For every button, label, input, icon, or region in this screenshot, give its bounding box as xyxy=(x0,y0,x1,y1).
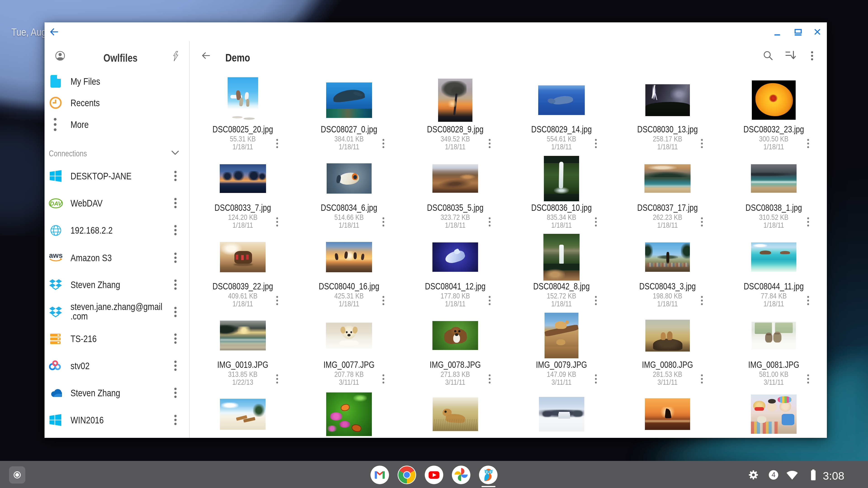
svg-text:DAV: DAV xyxy=(50,200,63,207)
